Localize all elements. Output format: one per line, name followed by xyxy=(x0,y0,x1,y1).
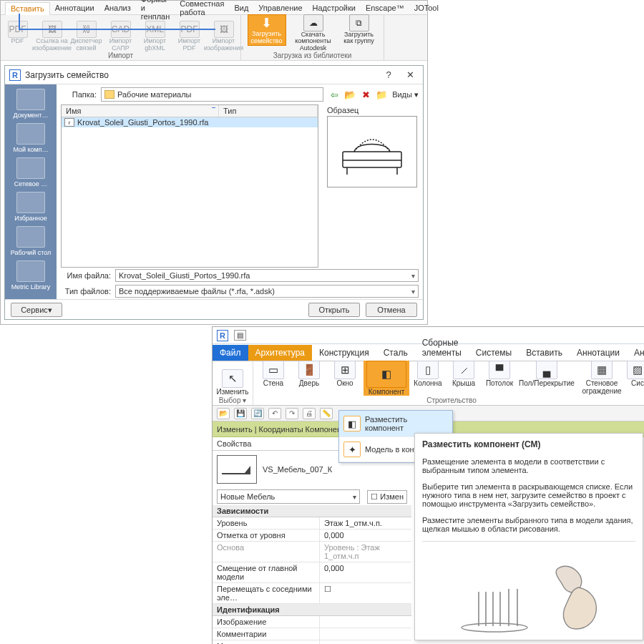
place-documents[interactable]: Документ… xyxy=(9,87,53,120)
prop-image-label: Изображение xyxy=(213,616,320,628)
prop-level-value[interactable]: Этаж 1_отм.ч.п. xyxy=(320,517,411,529)
link-image-tool: 🖼Ссылка на изображение xyxy=(36,21,68,52)
tab-file[interactable]: Файл xyxy=(213,345,248,361)
undo-icon[interactable]: ↶ xyxy=(268,408,281,419)
place-network[interactable]: Сетевое … xyxy=(9,156,53,189)
autodesk-components-tool[interactable]: ☁Скачать компоненты Autodesk xyxy=(291,14,336,52)
load-as-group-tool[interactable]: ⧉Загрузить как группу xyxy=(339,14,379,45)
tab-annotations[interactable]: Аннотации xyxy=(50,2,99,14)
filetype-label: Тип файлов: xyxy=(61,287,111,296)
prop-comments-label: Комментарии xyxy=(213,628,320,640)
dialog-help-button[interactable]: ? xyxy=(380,69,397,80)
nav-delete-icon[interactable]: ✖ xyxy=(359,89,372,100)
filetype-dropdown[interactable]: Все поддерживаемые файлы (*.rfa, *.adsk) xyxy=(115,285,419,298)
sync-icon[interactable]: 🔄 xyxy=(251,408,264,419)
prop-elevation-value[interactable]: 0,000 xyxy=(320,530,411,541)
manage-links-tool: ⛓Диспетчер связей xyxy=(71,21,102,52)
print-icon[interactable]: 🖨 xyxy=(303,408,316,419)
file-preview: Образец xyxy=(327,104,419,268)
file-list[interactable]: Имя Тип r Krovat_Soleil_Giusti_Portos_19… xyxy=(61,104,318,268)
group-import-label: Импорт xyxy=(108,52,133,60)
tab-view[interactable]: Вид xyxy=(229,2,253,14)
dialog-close-button[interactable]: ✕ xyxy=(401,69,419,80)
open-button[interactable]: Открыть xyxy=(308,303,360,317)
service-button[interactable]: Сервис ▾ xyxy=(11,303,62,317)
prop-comments-value[interactable] xyxy=(320,628,411,640)
prop-image-value[interactable] xyxy=(320,616,411,628)
qat-page-icon[interactable]: ▤ xyxy=(234,330,246,341)
col-name[interactable]: Имя xyxy=(62,105,219,117)
link-pdf-tool: PDFPDF xyxy=(2,21,34,52)
door-tool[interactable]: 🚪Дверь xyxy=(292,361,326,396)
load-family-dialog: R Загрузить семейство ? ✕ Документ… Мой … xyxy=(4,65,424,320)
preview-label: Образец xyxy=(327,106,419,114)
load-family-button[interactable]: ⬇Загрузить семейство xyxy=(246,14,288,46)
tab-enscape[interactable]: Enscape™ xyxy=(361,2,409,14)
svg-point-7 xyxy=(462,623,527,632)
prop-host-label: Основа xyxy=(213,542,320,562)
tab-analysis[interactable]: Анализ xyxy=(99,2,136,14)
place-favorites[interactable]: Избранное xyxy=(9,190,53,223)
tab-jotool[interactable]: JOTool xyxy=(409,2,444,14)
prop-mark-value[interactable] xyxy=(320,640,411,644)
cat-identity: Идентификация xyxy=(213,604,411,616)
group-load-label: Загрузка из библиотеки xyxy=(273,52,352,60)
curtain-wall-tool[interactable]: ▦Стеновое ограждение xyxy=(577,361,627,396)
tab-addins[interactable]: Надстройки xyxy=(308,2,361,14)
tab-systems[interactable]: Системы xyxy=(469,345,519,361)
filename-label: Имя файла: xyxy=(61,271,111,280)
import-image-tool: 🖼Импорт изображения xyxy=(208,21,240,52)
rfa-file-icon: r xyxy=(64,118,74,127)
import-cad-tool: CADИмпорт САПР xyxy=(105,21,137,52)
window-tool[interactable]: ⊞Окно xyxy=(328,361,362,396)
nav-newfolder-icon[interactable]: 📁 xyxy=(375,89,388,100)
redo-icon[interactable]: ↷ xyxy=(286,408,298,419)
type-selector[interactable]: Новые Мебель xyxy=(217,489,360,504)
curtain-system-tool[interactable]: ▨Сис xyxy=(628,361,644,396)
revit-logo-icon: R xyxy=(217,330,228,341)
tab-analysis-low[interactable]: Анализ xyxy=(627,345,644,361)
folder-label: Папка: xyxy=(61,90,97,99)
col-type[interactable]: Тип xyxy=(219,105,318,117)
cancel-button[interactable]: Отмена xyxy=(366,303,417,317)
save-icon[interactable]: 💾 xyxy=(234,408,247,419)
floor-tool[interactable]: ▄Пол/Перекрытие xyxy=(518,361,575,396)
prop-offset-label: Смещение от главной модели xyxy=(213,562,320,582)
measure-icon[interactable]: 📏 xyxy=(320,408,333,419)
place-mycomputer[interactable]: Мой комп… xyxy=(9,122,53,155)
nav-up-icon[interactable]: 📂 xyxy=(343,89,356,100)
roof-tool[interactable]: ⟋Крыша xyxy=(447,361,481,396)
place-desktop[interactable]: Рабочий стол xyxy=(9,225,53,258)
tab-steel[interactable]: Сталь xyxy=(376,345,415,361)
places-bar: Документ… Мой комп… Сетевое … Избранное … xyxy=(5,84,57,299)
ceiling-tool[interactable]: ▀Потолок xyxy=(482,361,517,396)
place-metric-library[interactable]: Metric Library xyxy=(9,259,53,292)
type-name: VS_Мебель_007_К xyxy=(263,465,332,474)
column-tool[interactable]: ▯Колонна xyxy=(411,361,445,396)
file-row-selected[interactable]: r Krovat_Soleil_Giusti_Portos_1990.rfa xyxy=(62,117,318,127)
prop-elevation-label: Отметка от уровня xyxy=(213,530,320,541)
tooltip-image xyxy=(422,541,635,634)
views-label[interactable]: Виды ▾ xyxy=(392,90,419,99)
tab-structure[interactable]: Конструкция xyxy=(312,345,376,361)
open-icon[interactable]: 📂 xyxy=(217,408,230,419)
prop-offset-value[interactable]: 0,000 xyxy=(320,562,411,582)
tab-manage[interactable]: Управление xyxy=(253,2,307,14)
tab-architecture[interactable]: Архитектура xyxy=(248,345,313,361)
tab-insert-low[interactable]: Вставить xyxy=(519,345,570,361)
place-component-tooltip: Разместить компонент (СМ) Размещение эле… xyxy=(414,433,643,640)
edit-type-button[interactable]: ☐ Измен xyxy=(367,490,407,504)
properties-palette: Свойства VS_Мебель_007_К Новые Мебель ☐ … xyxy=(213,437,411,644)
tab-insert[interactable]: Вставить xyxy=(5,2,50,15)
wall-tool[interactable]: ▭Стена xyxy=(256,361,291,396)
nav-back-icon[interactable]: ⇦ xyxy=(328,89,341,100)
modify-tool[interactable]: ↖Изменить xyxy=(215,369,250,396)
filename-input[interactable]: Krovat_Soleil_Giusti_Portos_1990.rfa xyxy=(115,269,419,282)
prop-host-value: Уровень : Этаж 1_отм.ч.п xyxy=(320,542,411,562)
tab-precast[interactable]: Сборные элементы xyxy=(415,335,469,361)
folder-dropdown[interactable]: Рабочие материалы xyxy=(101,87,323,102)
component-button[interactable]: ◧Компонент xyxy=(364,361,409,396)
revit-logo-icon: R xyxy=(9,69,21,81)
tab-annotations-low[interactable]: Аннотации xyxy=(570,345,627,361)
prop-moves-value[interactable]: ☐ xyxy=(320,583,411,603)
